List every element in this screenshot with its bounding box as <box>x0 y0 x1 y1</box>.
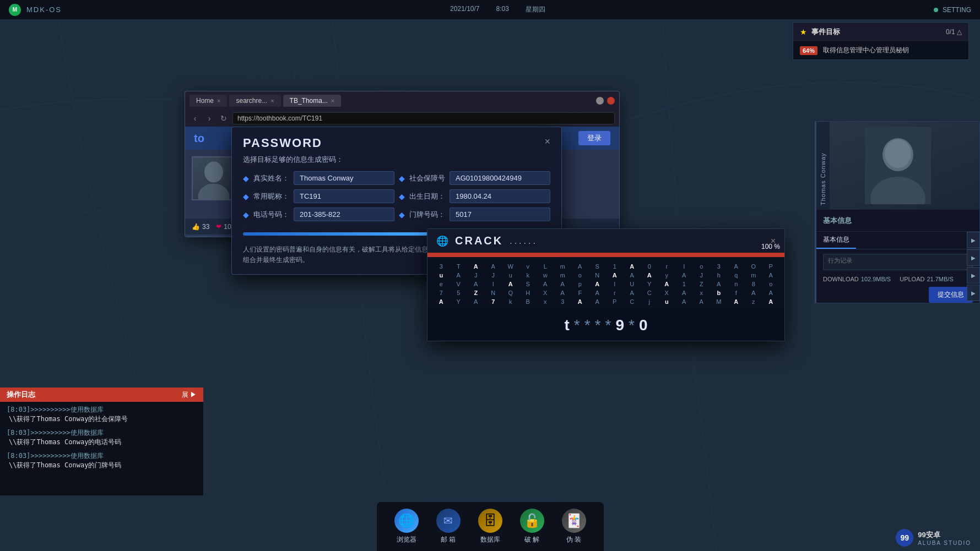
tab-home-close[interactable]: × <box>217 97 220 104</box>
side-btn-4[interactable]: ▶ <box>967 285 980 301</box>
right-panel-section-title: 基本信息 <box>823 216 852 225</box>
taskbar-item-disguise[interactable]: 🃏 伪 装 <box>553 506 595 547</box>
crack-grid-char: A <box>451 271 467 279</box>
log-entry: [8:03]>>>>>>>>>>使用数据库\\获得了Thomas Conway的… <box>7 428 197 447</box>
crack-progress-bar: 100 % <box>427 253 784 257</box>
crack-grid-char: F <box>572 289 588 297</box>
nav-forward-btn[interactable]: › <box>204 114 215 123</box>
crack-grid-char: m <box>555 263 571 270</box>
download-upload-row: DOWNLOAD 102.9MB/S UPLOAD 21.7MB/S <box>823 276 973 282</box>
crack-grid-char: n <box>728 280 745 288</box>
crack-grid-char: 0 <box>641 263 658 270</box>
crack-grid-char: A <box>676 289 692 297</box>
side-btn-3[interactable]: ▶ <box>967 267 980 283</box>
crack-grid-char: A <box>468 298 484 305</box>
crack-grid-char: A <box>589 289 606 297</box>
taskbar-item-crack[interactable]: 🔓 破 解 <box>511 506 553 547</box>
dialog-close-btn[interactable]: × <box>544 136 550 148</box>
tab-tb-close[interactable]: × <box>331 97 334 104</box>
log-entry: [8:03]>>>>>>>>>>使用数据库\\获得了Thomas Conway的… <box>7 451 197 470</box>
taskbar-item-browser[interactable]: 🌐 浏览器 <box>386 506 427 547</box>
app-logo: M <box>9 4 21 16</box>
crack-grid-char: z <box>745 298 762 305</box>
dislike-icon: ❤ <box>216 223 221 231</box>
side-btn-2[interactable]: ▶ <box>967 249 980 266</box>
crack-grid-char: b <box>711 289 727 297</box>
browser-tab-search[interactable]: searchre... × <box>229 95 280 107</box>
crack-grid-char: A <box>763 271 779 279</box>
browser-minimize-btn[interactable] <box>596 97 604 105</box>
logo-name: 99安卓 <box>918 530 971 540</box>
log-line1: [8:03]>>>>>>>>>>使用数据库 <box>7 451 197 461</box>
crack-grid-char: A <box>763 298 779 305</box>
taskbar-item-db[interactable]: 🗄 数据库 <box>469 506 511 547</box>
like-icon: 👍 <box>192 223 200 231</box>
crack-grid-char: A <box>468 280 484 288</box>
field-nickname: ◆ 常用昵称： TC191 <box>243 189 394 203</box>
right-panel-tabs: 基本信息 <box>816 232 979 249</box>
field-value-name[interactable]: Thomas Conway <box>294 171 394 185</box>
progress-bar-fill <box>243 232 427 236</box>
logo-text: 99安卓 ALUBA STUDIO <box>918 530 971 546</box>
crack-grid-char: o <box>572 271 588 279</box>
field-label-ssn: 社会保障号 <box>409 173 445 183</box>
url-bar[interactable]: https://toothbook.com/TC191 <box>232 112 615 124</box>
crack-digit-0: 0 <box>639 317 648 334</box>
crack-grid-char: P <box>763 263 779 270</box>
field-value-birthday[interactable]: 1980.04.24 <box>450 189 550 203</box>
download-value: 102.9MB/S <box>861 276 891 282</box>
field-label-nickname: 常用昵称： <box>253 192 289 201</box>
crack-grid-char: A <box>607 271 623 279</box>
taskbar-label-db: 数据库 <box>480 535 500 544</box>
taskbar-item-mail[interactable]: ✉ 邮 箱 <box>427 506 469 547</box>
browser-close-btn[interactable] <box>607 97 615 105</box>
field-value-phone[interactable]: 201-385-822 <box>294 208 394 221</box>
behavior-record-field[interactable] <box>823 254 973 270</box>
dialog-fields: ◆ 真实姓名： Thomas Conway ◆ 社会保障号 AG01019800… <box>232 171 561 228</box>
crack-grid-char: B <box>520 298 537 305</box>
ops-log-expand-btn[interactable]: 展 ▶ <box>182 390 197 400</box>
taskbar: 🌐 浏览器 ✉ 邮 箱 🗄 数据库 🔓 破 解 🃏 伪 装 <box>376 501 604 551</box>
tab-basic-info[interactable]: 基本信息 <box>816 232 856 249</box>
crack-grid-char: A <box>589 280 606 288</box>
crack-grid-char: j <box>641 298 658 305</box>
right-panel-basic-info: 基本信息 <box>816 210 979 232</box>
setting-label[interactable]: SETTING <box>943 6 971 14</box>
crack-grid-char: W <box>502 263 519 270</box>
event-description: 取得信息管理中心管理员秘钥 <box>823 46 909 55</box>
crack-grid-char: A <box>676 298 692 305</box>
side-btn-1[interactable]: ▶ <box>967 232 980 248</box>
browser-tab-home[interactable]: Home × <box>189 95 227 107</box>
vertical-name-label: Thomas Conway <box>816 122 830 210</box>
crack-grid-char: X <box>659 289 675 297</box>
crack-grid-char: A <box>485 263 502 270</box>
field-value-door[interactable]: 5017 <box>450 208 550 221</box>
field-label-birthday: 出生日期： <box>409 192 445 201</box>
login-button[interactable]: 登录 <box>578 131 610 145</box>
crack-star-3: * <box>595 317 601 334</box>
crack-grid-char: r <box>659 263 675 270</box>
crack-grid-char: S <box>520 280 537 288</box>
crack-grid-char: T <box>451 263 467 270</box>
crack-grid-char: u <box>502 271 519 279</box>
field-value-nickname[interactable]: TC191 <box>294 189 394 203</box>
field-dot-5: ◆ <box>243 210 249 219</box>
topbar-right[interactable]: SETTING <box>934 6 971 14</box>
field-birthday: ◆ 出生日期： 1980.04.24 <box>399 189 550 203</box>
submit-info-btn[interactable]: 提交信息 <box>929 287 973 303</box>
crack-grid-char: 7 <box>433 289 450 297</box>
crack-grid-char: A <box>694 298 710 305</box>
disguise-icon: 🃏 <box>562 509 586 533</box>
download-label: DOWNLOAD <box>823 276 859 282</box>
nav-refresh-btn[interactable]: ↻ <box>218 114 229 123</box>
nav-back-btn[interactable]: ‹ <box>189 114 201 123</box>
tab-search-close[interactable]: × <box>270 97 274 104</box>
browser-tab-tb[interactable]: TB_Thoma... × <box>283 95 342 107</box>
crack-dots: ...... <box>510 236 538 246</box>
crack-grid-char: m <box>555 271 571 279</box>
field-value-ssn[interactable]: AG01019800424949 <box>450 171 550 185</box>
crack-grid-char: C <box>624 298 641 305</box>
crack-grid-char: I <box>676 263 692 270</box>
crack-grid-char: A <box>572 263 588 270</box>
crack-progress-label: 100 % <box>761 243 780 250</box>
